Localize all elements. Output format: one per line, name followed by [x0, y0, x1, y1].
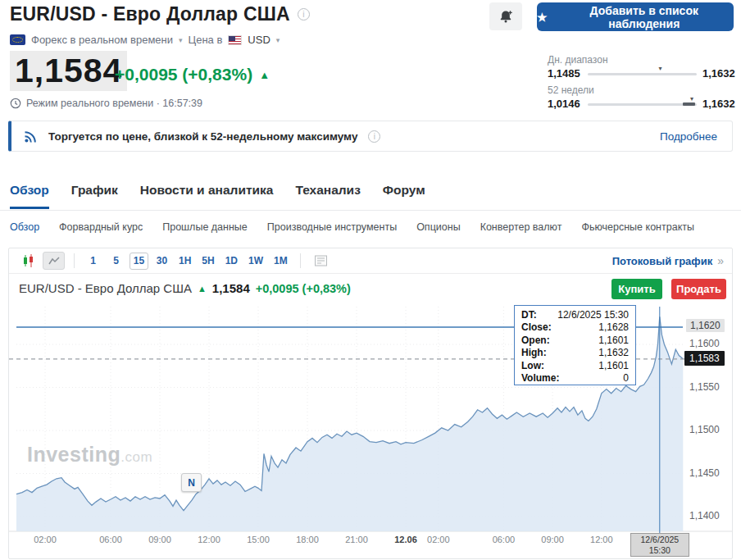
tooltip-label: High:: [521, 347, 547, 359]
watermark: Investing.com: [27, 443, 152, 467]
y-axis-label: 1,1450: [689, 467, 720, 479]
x-axis-label: 06:00: [91, 535, 130, 544]
y-axis-label: 1,1550: [689, 381, 720, 393]
y-axis-label: 1,1600: [689, 338, 720, 349]
x-axis-label: 15:00: [239, 535, 278, 544]
tooltip-row: Close:1,1628: [521, 321, 629, 334]
x-axis-label: 02:00: [419, 535, 458, 544]
tooltip-label: Low:: [521, 360, 544, 372]
x-axis-label: 18:00: [288, 535, 327, 544]
tooltip-value: 1,1601: [598, 335, 629, 347]
tooltip-value: 1,1632: [598, 347, 629, 359]
x-axis-label: 02:00: [25, 535, 65, 544]
tooltip-label: Volume:: [521, 372, 559, 385]
crosshair-date-label: 12/6/2025 15:30: [630, 533, 689, 557]
price-chart-svg: [0, 0, 741, 560]
watermark-suffix: .com: [120, 449, 152, 465]
current-price-tag: 1,1583: [684, 351, 725, 366]
crosshair-date: 12/6/2025: [640, 535, 679, 545]
tooltip-value: 12/6/2025 15:30: [557, 309, 629, 321]
news-event-marker[interactable]: N: [181, 473, 202, 492]
x-axis-label: 12:00: [582, 535, 621, 544]
tooltip-row: High:1,1632: [521, 347, 629, 359]
tooltip-value: 0: [623, 372, 629, 385]
tooltip-value: 1,1601: [598, 360, 629, 372]
tooltip-label: Close:: [521, 321, 552, 334]
x-axis-label: 09:00: [533, 535, 572, 544]
y-axis-label: 1,1400: [689, 510, 720, 521]
watermark-main: Investing: [27, 443, 120, 466]
tooltip-value: 1,1628: [598, 321, 629, 334]
x-axis-label: 21:00: [337, 535, 376, 544]
tooltip-row: DT:12/6/2025 15:30: [521, 309, 629, 321]
x-axis-label: 06:00: [484, 535, 523, 544]
y-axis-label: 1,1500: [689, 424, 720, 435]
tooltip-label: Open:: [521, 335, 550, 347]
x-axis-label: 12:00: [189, 535, 229, 544]
x-axis-label: 09:00: [140, 535, 180, 544]
tooltip-row: Volume:0: [521, 372, 629, 385]
crosshair-time: 15:30: [649, 545, 671, 556]
chart-plot-area[interactable]: Investing.com N DT:12/6/2025 15:30Close:…: [0, 0, 741, 560]
ohlc-tooltip: DT:12/6/2025 15:30Close:1,1628Open:1,160…: [514, 305, 636, 385]
tooltip-row: Low:1,1601: [521, 360, 629, 372]
tooltip-label: DT:: [521, 309, 537, 321]
y-axis-label: 1,1620: [686, 319, 725, 332]
tooltip-row: Open:1,1601: [521, 335, 629, 347]
